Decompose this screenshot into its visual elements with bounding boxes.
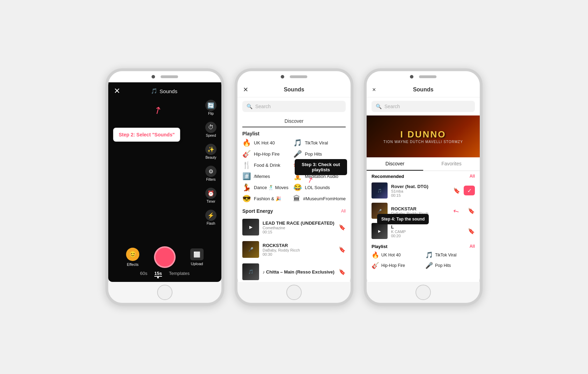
lol-label: LOL Sounds xyxy=(305,185,330,190)
tiktok-viral-icon: 🎵 xyxy=(293,139,302,147)
step3-callout: Step 3: Check out playlists xyxy=(295,159,347,175)
list-item[interactable]: 😎 Fashion & 🎉 xyxy=(242,194,289,203)
phone-1-camera xyxy=(152,75,155,78)
timer-icon-item[interactable]: ⏰ Timer xyxy=(205,188,216,203)
flip-icon-item[interactable]: 🔄 Flip xyxy=(205,100,216,115)
camera-sounds-label[interactable]: 🎵 Sounds xyxy=(151,88,177,94)
list-item[interactable]: 🎤 Pop Hits xyxy=(425,262,475,269)
pl3-hiphop-label: Hip-Hop Fire xyxy=(381,263,405,268)
tab-favorites-3[interactable]: Favorites xyxy=(423,157,480,171)
duration-60s[interactable]: 60s xyxy=(140,271,147,278)
record-button[interactable] xyxy=(154,246,176,268)
search-bar-3[interactable]: 🔍 Search xyxy=(372,101,475,112)
lead-race-info: LEAD THE RACE (UNDEFEATED) Comethazine 0… xyxy=(263,220,335,234)
banner-image: I DUNNO TION WAYNE DUTCH MAVELLI STORMZY xyxy=(367,115,480,157)
phone-3-home-button[interactable] xyxy=(416,285,431,300)
duration-15s[interactable]: 15s xyxy=(154,271,162,277)
rover-bookmark[interactable]: 🔖 xyxy=(453,187,460,194)
rockstar3-song-row[interactable]: 🎤 ROCKSTAR DaBaby, Roddy Ricch 🔖 Step 4:… xyxy=(367,201,480,221)
lead-race-artist: Comethazine xyxy=(263,226,335,230)
pl3-pop-label: Pop Hits xyxy=(435,263,451,268)
song-lead-race[interactable]: ▶ LEAD THE RACE (UNDEFEATED) Comethazine… xyxy=(237,216,351,238)
search-icon: 🔍 xyxy=(247,104,252,109)
l-bookmark[interactable]: 🔖 xyxy=(468,228,475,234)
phone-2-top-bar xyxy=(237,71,351,82)
effects-button[interactable]: 😊 Effects xyxy=(126,248,139,267)
phone-2-home-button[interactable] xyxy=(286,285,302,300)
search-icon-3: 🔍 xyxy=(376,104,382,109)
rover-selected-badge: ✓ xyxy=(464,186,475,195)
memes-icon: #️⃣ xyxy=(242,172,251,180)
uk-hot-label: UK Hot 40 xyxy=(254,140,275,145)
flash-icon-item[interactable]: ⚡ Flash xyxy=(205,210,216,225)
list-item[interactable]: 😂 LOL Sounds xyxy=(293,183,346,192)
upload-button[interactable]: ⬜ Upload xyxy=(190,248,204,266)
rover-song-row[interactable]: 🎵 Rover (feat. DTG) S1mba 00:15 🔖 ✓ xyxy=(367,180,480,201)
sport-all-link[interactable]: All xyxy=(341,209,346,214)
duration-15s-wrapper: 15s xyxy=(154,271,162,278)
phone-1-home-button[interactable] xyxy=(157,285,172,300)
rockstar-title: ROCKSTAR xyxy=(263,243,335,248)
speed-icon-item[interactable]: ⏱ Speed xyxy=(205,122,216,137)
discover-tabs: Discover Favorites xyxy=(367,157,480,171)
rockstar-bookmark[interactable]: 🔖 xyxy=(339,246,346,253)
hiphop-icon: 🎸 xyxy=(242,150,251,158)
recommended-header: Recommended All xyxy=(367,171,480,180)
song-rockstar[interactable]: 🎤 ROCKSTAR DaBaby, Roddy Ricch 00:30 🔖 xyxy=(237,238,351,261)
phone-2: ✕ Sounds 🔍 Search Discover Playlist 🔥 xyxy=(235,68,353,306)
rockstar-thumb: 🎤 xyxy=(242,241,259,258)
pl3-uk-label: UK Hot 40 xyxy=(381,253,400,257)
song-chitta[interactable]: 🎵 ♪ Chitta – Main (Resso Exclusive) 🔖 xyxy=(237,261,351,282)
sounds-title-label: Sounds xyxy=(284,87,304,93)
step4-callout: Step 4: Tap the sound xyxy=(377,214,429,224)
tab-discover-3[interactable]: Discover xyxy=(367,157,423,171)
list-item[interactable]: 🔥 UK Hot 40 xyxy=(372,251,421,259)
sounds3-close-icon[interactable]: × xyxy=(372,86,376,94)
hiphop-label: Hip-Hop Fire xyxy=(254,151,280,157)
rockstar3-bookmark[interactable]: 🔖 xyxy=(468,208,475,214)
search-bar[interactable]: 🔍 Search xyxy=(242,101,346,112)
pl3-hiphop-icon: 🎸 xyxy=(372,262,379,269)
pop-hits-icon: 🎤 xyxy=(293,150,302,158)
lead-race-bookmark[interactable]: 🔖 xyxy=(339,224,346,231)
fashion-icon: 😎 xyxy=(242,194,251,203)
list-item[interactable]: 🔥 UK Hot 40 xyxy=(242,139,289,147)
arrow-to-sounds: ↗ xyxy=(151,103,164,117)
pop-hits-label: Pop Hits xyxy=(305,151,322,157)
chitta-bookmark[interactable]: 🔖 xyxy=(339,269,346,275)
list-item[interactable]: 🎵 TikTok Viral xyxy=(293,139,346,147)
list-item[interactable]: #️⃣ /Memes xyxy=(242,172,289,180)
list-item[interactable]: 🎸 Hip-Hop Fire xyxy=(242,150,289,158)
dance-label: Dance 🕺 Moves xyxy=(254,185,288,190)
phone-1-bottom xyxy=(108,282,221,303)
list-item[interactable]: 🎵 TikTok Viral xyxy=(425,251,475,259)
phone-3-speaker xyxy=(419,75,436,78)
duration-options: 60s 15s Templates xyxy=(140,271,190,278)
list-item[interactable]: 🍴 Food & Drink xyxy=(242,161,289,169)
phones-container: ✕ 🎵 Sounds ↗ 🔄 Flip ⏱ xyxy=(105,68,483,306)
playlist3-all-link[interactable]: All xyxy=(470,244,475,249)
sounds-close-icon[interactable]: ✕ xyxy=(243,86,248,94)
recommended-all-link[interactable]: All xyxy=(470,174,475,179)
list-item[interactable]: 🎸 Hip-Hop Fire xyxy=(372,262,421,269)
search-placeholder-3: Search xyxy=(384,104,400,109)
duration-templates[interactable]: Templates xyxy=(169,271,190,278)
l-artist: K CAMP xyxy=(391,230,464,234)
memes-label: /Memes xyxy=(254,174,270,179)
tab-discover[interactable]: Discover xyxy=(242,115,346,127)
lead-race-thumb: ▶ xyxy=(242,219,259,235)
camera-top-bar: ✕ 🎵 Sounds xyxy=(108,82,221,100)
rockstar-artist: DaBaby, Roddy Ricch xyxy=(263,248,335,252)
camera-close-icon[interactable]: ✕ xyxy=(114,87,120,96)
phone-3-bottom xyxy=(367,282,480,303)
filters-icon-item[interactable]: ⚙ Filters xyxy=(205,166,216,181)
beauty-icon-item[interactable]: ✨ Beauty xyxy=(205,144,216,159)
list-item[interactable]: 💃 Dance 🕺 Moves xyxy=(242,183,289,192)
step2-callout: Step 2: Select "Sounds" xyxy=(113,128,180,142)
phone-1-top-bar xyxy=(108,71,221,82)
camera-bottom-icons: 😊 Effects ⬜ Upload xyxy=(108,246,221,268)
list-item[interactable]: 🎤 Pop Hits xyxy=(293,150,346,158)
museum-label: #MuseumFromHome xyxy=(303,196,346,201)
list-item[interactable]: 🏛 #MuseumFromHome xyxy=(293,194,346,203)
section-playlist-title: Playlist xyxy=(237,127,351,139)
